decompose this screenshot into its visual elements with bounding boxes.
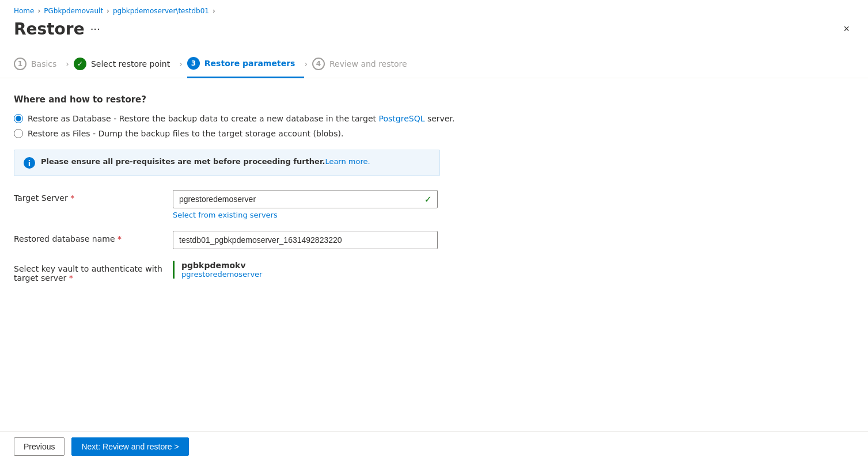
select-from-servers-link[interactable]: Select from existing servers	[173, 211, 438, 219]
step-basics[interactable]: 1 Basics	[14, 58, 66, 77]
keyvault-controls: pgbkpdemokv pgrestoredemoserver	[173, 261, 262, 279]
keyvault-required: *	[69, 273, 73, 283]
target-server-controls: ✓ Select from existing servers	[173, 190, 438, 219]
step-restore-point[interactable]: ✓ Select restore point	[74, 58, 179, 77]
database-name-controls	[173, 231, 438, 249]
wizard-steps: 1 Basics › ✓ Select restore point › 3 Re…	[0, 48, 868, 78]
previous-button[interactable]: Previous	[14, 437, 65, 456]
form-section: Target Server * ✓ Select from existing s…	[14, 190, 854, 283]
breadcrumb-home[interactable]: Home	[14, 7, 34, 15]
database-name-required: *	[117, 234, 122, 243]
breadcrumb-server[interactable]: pgbkpdemoserver\testdb01	[113, 7, 209, 15]
radio-database-option[interactable]: Restore as Database - Restore the backup…	[14, 114, 854, 123]
check-icon: ✓	[424, 194, 432, 205]
restore-type-group: Restore as Database - Restore the backup…	[14, 114, 854, 138]
step-4-label: Review and restore	[329, 59, 407, 68]
keyvault-row: Select key vault to authenticate with ta…	[14, 261, 854, 283]
postgresql-link[interactable]: PostgreSQL	[379, 114, 425, 123]
section-title: Where and how to restore?	[14, 94, 854, 105]
page-title: Restore	[14, 20, 85, 39]
info-text-bold: Please ensure all pre-requisites are met…	[41, 157, 325, 166]
target-server-required: *	[70, 193, 74, 203]
step-restore-parameters[interactable]: 3 Restore parameters	[187, 57, 305, 78]
radio-files-option[interactable]: Restore as Files - Dump the backup files…	[14, 129, 854, 138]
step-1-circle: 1	[14, 58, 26, 70]
learn-more-link[interactable]: Learn more.	[325, 157, 370, 166]
bottom-bar: Previous Next: Review and restore >	[0, 431, 868, 461]
database-name-input[interactable]	[173, 231, 438, 249]
radio-files-input[interactable]	[14, 129, 23, 138]
keyvault-block: pgbkpdemokv pgrestoredemoserver	[173, 261, 262, 279]
close-button[interactable]: ×	[839, 21, 854, 37]
step-2-label: Select restore point	[91, 59, 170, 68]
keyvault-name: pgbkpdemokv	[181, 261, 262, 270]
radio-database-label: Restore as Database - Restore the backup…	[28, 114, 454, 123]
breadcrumb: Home › PGbkpdemovault › pgbkpdemoserver\…	[0, 0, 868, 15]
more-options-icon[interactable]: ···	[90, 23, 100, 35]
info-icon: i	[24, 157, 35, 169]
step-4-circle: 4	[312, 58, 325, 70]
step-3-label: Restore parameters	[204, 59, 295, 68]
keyvault-label: Select key vault to authenticate with ta…	[14, 261, 164, 283]
database-name-label: Restored database name *	[14, 231, 164, 243]
keyvault-server[interactable]: pgrestoredemoserver	[181, 270, 262, 279]
step-2-circle: ✓	[74, 58, 86, 70]
target-server-row: Target Server * ✓ Select from existing s…	[14, 190, 854, 219]
target-server-input-wrapper: ✓	[173, 190, 438, 208]
target-server-input[interactable]	[173, 190, 438, 208]
step-3-circle: 3	[187, 57, 200, 70]
database-name-row: Restored database name *	[14, 231, 854, 249]
info-text: Please ensure all pre-requisites are met…	[41, 157, 370, 166]
next-button[interactable]: Next: Review and restore >	[71, 437, 188, 456]
main-content: Where and how to restore? Restore as Dat…	[0, 78, 868, 299]
breadcrumb-vault[interactable]: PGbkpdemovault	[44, 7, 103, 15]
target-server-label: Target Server *	[14, 190, 164, 203]
radio-database-input[interactable]	[14, 114, 23, 123]
info-box: i Please ensure all pre-requisites are m…	[14, 150, 440, 176]
step-review[interactable]: 4 Review and restore	[312, 58, 416, 77]
step-1-label: Basics	[31, 59, 56, 68]
radio-files-label: Restore as Files - Dump the backup files…	[28, 129, 343, 138]
page-header: Restore ··· ×	[0, 15, 868, 48]
